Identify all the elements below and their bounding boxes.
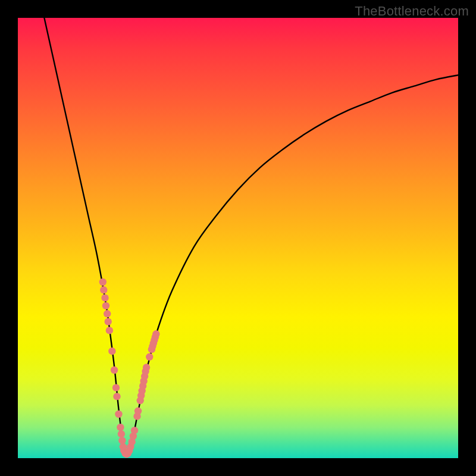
curve-marker <box>105 318 112 325</box>
curve-marker <box>143 364 150 371</box>
curve-marker <box>99 278 107 286</box>
curve-marker <box>108 347 115 355</box>
curve-markers <box>99 278 160 458</box>
curve-marker <box>112 384 120 391</box>
curve-marker <box>106 327 113 334</box>
curve-marker <box>111 367 118 374</box>
curve-marker <box>104 310 111 317</box>
curve-marker <box>115 411 122 418</box>
plot-area <box>18 18 458 458</box>
bottleneck-curve-svg <box>18 18 458 458</box>
curve-marker <box>146 353 153 361</box>
curve-marker <box>152 330 159 337</box>
curve-marker <box>118 430 125 437</box>
curve-marker <box>102 302 109 309</box>
curve-marker <box>100 286 107 293</box>
curve-marker <box>101 294 108 301</box>
curve-marker <box>131 427 138 434</box>
bottleneck-curve-path <box>44 18 458 456</box>
watermark-text: TheBottleneck.com <box>355 4 469 19</box>
curve-marker <box>117 424 124 431</box>
curve-marker <box>113 393 120 400</box>
chart-frame: TheBottleneck.com <box>0 0 476 476</box>
curve-marker <box>134 408 142 415</box>
